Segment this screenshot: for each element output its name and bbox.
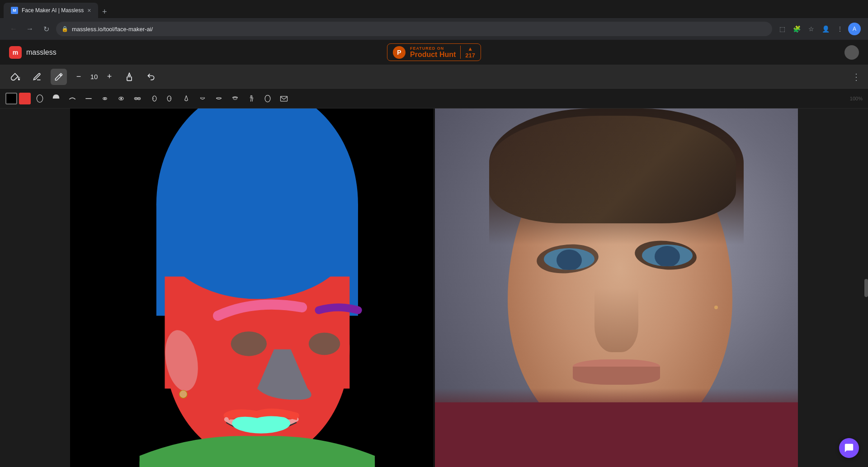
menu-icon[interactable]: ⋮ [834, 23, 846, 35]
face-drawing-svg [70, 108, 433, 467]
cast-icon[interactable]: ⬚ [776, 23, 788, 35]
scroll-indicator[interactable] [864, 279, 868, 297]
svg-point-8 [135, 98, 137, 99]
shape-toolbar: 100% [0, 89, 868, 108]
reload-button[interactable]: ↻ [40, 23, 52, 35]
browser-navigation: ← → ↻ 🔒 massless.io/tool/face-maker-ai/ … [0, 18, 868, 40]
profile-icon[interactable]: 👤 [819, 23, 832, 35]
upvote-arrow: ▲ [467, 46, 473, 52]
product-hunt-name: Product Hunt [410, 51, 456, 59]
envelope-btn[interactable] [277, 91, 291, 106]
product-hunt-info: FEATURED ON Product Hunt [410, 46, 456, 59]
main-content [0, 108, 868, 467]
user-avatar[interactable] [844, 45, 859, 60]
eyes-both-btn[interactable] [130, 91, 145, 106]
logo-icon: m [9, 46, 22, 59]
tab-favicon: M [11, 7, 18, 14]
extension-icon[interactable]: 🧩 [790, 23, 803, 35]
forward-button[interactable]: → [24, 23, 36, 35]
eyebrow-arch-btn[interactable] [65, 91, 80, 106]
bookmark-icon[interactable]: ☆ [805, 23, 817, 35]
browser-tabs: M Face Maker AI | Massless × + [0, 0, 868, 18]
app-wrapper: m massless P FEATURED ON Product Hunt ▲ … [0, 40, 868, 467]
brush-tool[interactable] [51, 69, 67, 85]
svg-point-13 [233, 97, 237, 99]
result-canvas [435, 108, 798, 467]
svg-point-10 [138, 98, 140, 99]
eyebrow-flat-btn[interactable] [81, 91, 96, 106]
svg-point-25 [309, 333, 340, 355]
drawing-toolbar: − 10 + ⋮ [0, 65, 868, 89]
svg-point-29 [179, 390, 187, 398]
user-avatar-button[interactable]: A [848, 23, 861, 35]
oval-btn[interactable] [260, 91, 275, 106]
left-panel [0, 108, 70, 467]
product-hunt-badge[interactable]: P FEATURED ON Product Hunt ▲ 217 [387, 43, 481, 61]
svg-point-22 [159, 165, 355, 299]
fill-tool[interactable] [121, 69, 137, 85]
drawing-canvas[interactable] [70, 108, 433, 467]
nose-shape-btn[interactable] [179, 91, 193, 106]
brush-size-value: 10 [89, 73, 99, 80]
header-right [844, 45, 859, 60]
brush-size-increase[interactable]: + [103, 71, 116, 83]
eye-closed-btn[interactable] [98, 91, 112, 106]
ear-right-btn[interactable] [146, 91, 161, 106]
brush-size-decrease[interactable]: − [72, 71, 85, 83]
svg-point-0 [19, 79, 19, 80]
more-options-button[interactable]: ⋮ [852, 71, 861, 82]
svg-point-24 [231, 331, 267, 356]
svg-point-2 [37, 94, 42, 102]
svg-rect-1 [127, 77, 132, 80]
face-oval-btn[interactable] [33, 91, 47, 106]
figure-btn[interactable] [244, 91, 259, 106]
right-panel [798, 108, 868, 467]
undo-button[interactable] [143, 69, 159, 85]
lips-smile-btn[interactable] [195, 91, 210, 106]
color-black[interactable] [5, 93, 17, 104]
svg-rect-27 [140, 462, 375, 467]
lips-open-btn[interactable] [228, 91, 242, 106]
eye-open-btn[interactable] [114, 91, 128, 106]
app-header: m massless P FEATURED ON Product Hunt ▲ … [0, 40, 868, 65]
brush-size-control: − 10 + [72, 71, 116, 83]
product-hunt-logo: P [393, 46, 406, 59]
result-photo-bg [435, 108, 798, 467]
back-button[interactable]: ← [7, 23, 20, 35]
color-red[interactable] [19, 93, 31, 104]
svg-point-4 [104, 98, 105, 99]
new-tab-button[interactable]: + [98, 5, 111, 18]
zoom-indicator: 100% [850, 96, 863, 101]
logo-area: m massless [9, 46, 57, 59]
browser-chrome: M Face Maker AI | Massless × + ← → ↻ 🔒 m… [0, 0, 868, 40]
browser-nav-icons: ⬚ 🧩 ☆ 👤 ⋮ A [776, 23, 861, 35]
featured-label: FEATURED ON [410, 46, 444, 51]
vote-count: 217 [465, 52, 475, 59]
ear-left-btn[interactable] [163, 91, 177, 106]
svg-point-15 [265, 95, 270, 102]
svg-point-14 [250, 95, 252, 97]
lock-icon: 🔒 [61, 26, 68, 32]
tab-close-button[interactable]: × [87, 7, 91, 14]
svg-point-6 [120, 97, 122, 99]
paint-bucket-tool[interactable] [7, 69, 24, 85]
tab-title: Face Maker AI | Massless [22, 7, 84, 14]
pen-tool[interactable] [29, 69, 45, 85]
hair-shape-btn[interactable] [49, 91, 63, 106]
active-tab[interactable]: M Face Maker AI | Massless × [4, 3, 98, 18]
url-text: massless.io/tool/face-maker-ai/ [72, 26, 153, 33]
svg-rect-16 [281, 96, 288, 101]
logo-text: massless [26, 48, 57, 57]
chat-button[interactable] [839, 438, 859, 458]
svg-point-12 [167, 96, 171, 101]
vote-count-area: ▲ 217 [460, 46, 475, 59]
lips-neutral-btn[interactable] [212, 91, 226, 106]
svg-point-11 [153, 96, 156, 101]
address-bar[interactable]: 🔒 massless.io/tool/face-maker-ai/ [56, 22, 772, 36]
